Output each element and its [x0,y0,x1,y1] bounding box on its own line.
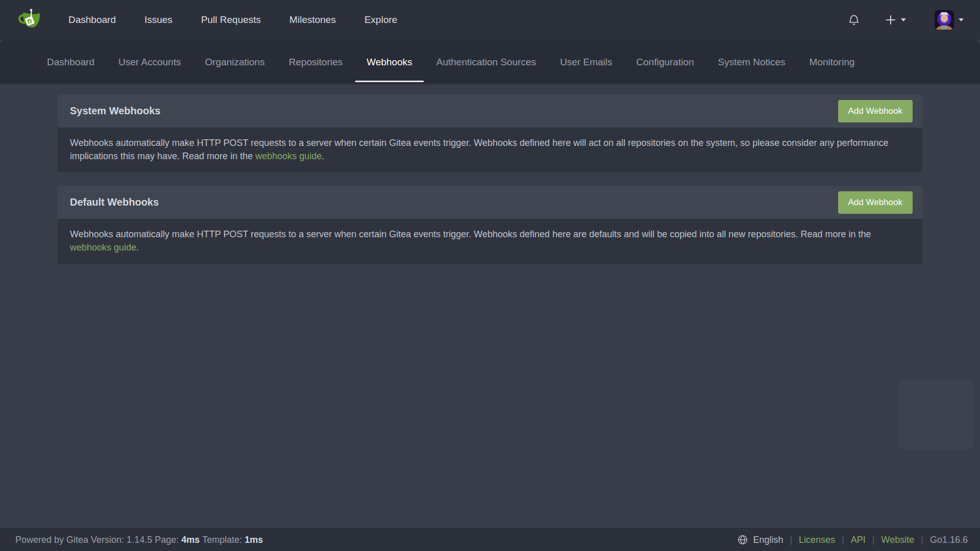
admin-tab-bar: Dashboard User Accounts Organizations Re… [0,40,980,84]
add-system-webhook-button[interactable]: Add Webhook [838,100,913,122]
ghost-panel [897,380,974,449]
description-text: Webhooks automatically make HTTP POST re… [70,138,888,161]
webhooks-guide-link[interactable]: webhooks guide [255,151,322,161]
tab-configuration[interactable]: Configuration [625,40,705,84]
default-webhooks-header: Default Webhooks Add Webhook [58,186,922,219]
nav-item-dashboard[interactable]: Dashboard [54,0,130,40]
api-link[interactable]: API [851,535,866,545]
website-link[interactable]: Website [881,535,915,545]
go-version: Go1.16.6 [930,535,968,545]
webhooks-guide-link[interactable]: webhooks guide [70,242,136,253]
top-navbar: Dashboard Issues Pull Requests Milestone… [0,0,980,40]
tab-dashboard[interactable]: Dashboard [36,40,106,84]
create-new-dropdown[interactable] [882,11,909,29]
main-content: System Webhooks Add Webhook Webhooks aut… [58,94,922,264]
chevron-down-icon [959,18,964,21]
nav-item-explore[interactable]: Explore [350,0,411,40]
nav-item-pull-requests[interactable]: Pull Requests [187,0,275,40]
tab-system-notices[interactable]: System Notices [707,40,797,84]
separator: | [921,535,923,545]
tab-authentication-sources[interactable]: Authentication Sources [425,40,547,84]
user-menu-dropdown[interactable] [932,7,967,33]
nav-item-issues[interactable]: Issues [130,0,187,40]
footer-links: English | Licenses | API | Website | Go1… [730,534,968,545]
default-webhooks-panel: Default Webhooks Add Webhook Webhooks au… [58,186,922,264]
notifications-button[interactable] [844,10,864,30]
default-webhooks-description: Webhooks automatically make HTTP POST re… [58,219,922,264]
description-text: Webhooks automatically make HTTP POST re… [70,229,871,239]
nav-item-milestones[interactable]: Milestones [275,0,350,40]
navbar-items: Dashboard Issues Pull Requests Milestone… [54,0,411,40]
tab-webhooks[interactable]: Webhooks [355,40,423,84]
page-time: 4ms [181,535,200,545]
plus-icon [885,14,896,26]
footer: Powered by Gitea Version: 1.14.5 Page: 4… [0,528,980,551]
avatar [935,10,954,30]
avatar-image [935,10,954,30]
footer-version-info: Powered by Gitea Version: 1.14.5 Page: 4… [15,535,263,545]
language-label: English [753,535,783,545]
gitea-logo[interactable] [18,8,42,32]
gitea-logo-icon [18,8,42,32]
template-time: 1ms [244,535,263,545]
tab-user-emails[interactable]: User Emails [549,40,623,84]
language-selector[interactable]: English [737,534,783,545]
system-webhooks-header: System Webhooks Add Webhook [58,94,922,128]
powered-by-text: Powered by Gitea Version: 1.14.5 Page: [15,535,181,545]
tab-monitoring[interactable]: Monitoring [798,40,866,84]
description-text-end: . [322,151,324,161]
tab-organizations[interactable]: Organizations [193,40,276,84]
description-text-end: . [136,242,139,253]
navbar-right [844,7,967,33]
system-webhooks-panel: System Webhooks Add Webhook Webhooks aut… [58,94,922,172]
globe-icon [737,534,748,545]
separator: | [872,535,875,545]
template-label: Template: [200,535,244,545]
chevron-down-icon [901,18,906,21]
add-default-webhook-button[interactable]: Add Webhook [838,191,913,214]
section-title: Default Webhooks [70,196,159,208]
separator: | [842,535,844,545]
system-webhooks-description: Webhooks automatically make HTTP POST re… [58,128,922,172]
tab-user-accounts[interactable]: User Accounts [107,40,192,84]
bell-icon [847,13,861,27]
licenses-link[interactable]: Licenses [799,535,835,545]
page-title: System Webhooks [70,105,160,117]
separator: | [790,535,792,545]
tab-repositories[interactable]: Repositories [278,40,354,84]
